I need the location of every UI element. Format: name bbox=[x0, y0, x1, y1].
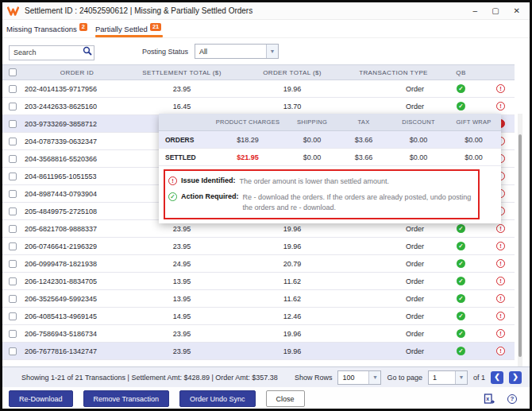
column-header: ORDER TOTAL ($) bbox=[233, 65, 352, 79]
tab-missing-transactions[interactable]: Missing Transactions2 bbox=[3, 22, 92, 37]
posting-status-select[interactable]: All ▼ bbox=[195, 44, 279, 59]
transaction-type-cell: Order bbox=[352, 98, 435, 114]
row-checkbox[interactable] bbox=[9, 207, 17, 215]
settlement-total-cell: 23.95 bbox=[131, 325, 233, 342]
row-checkbox[interactable] bbox=[9, 138, 17, 145]
row-checkbox[interactable] bbox=[9, 277, 17, 285]
re-download-button[interactable]: Re-Download bbox=[9, 390, 73, 407]
search-icon[interactable] bbox=[83, 46, 92, 56]
settlement-total-cell: 23.95 bbox=[131, 238, 233, 254]
order-id-cell: 206-1242301-8834705 bbox=[23, 273, 131, 289]
qb-synced-icon: ✓ bbox=[457, 347, 465, 355]
minimize-icon[interactable]: – bbox=[473, 7, 478, 15]
row-checkbox[interactable] bbox=[9, 260, 17, 268]
search-input[interactable] bbox=[9, 45, 94, 60]
table-row[interactable]: 206-7677816-134274723.9519.96Order✓! bbox=[2, 343, 515, 360]
search-box bbox=[9, 44, 94, 59]
popup-value-cell: $21.95 bbox=[208, 149, 287, 165]
transaction-type-cell: Order bbox=[352, 273, 435, 289]
row-checkbox[interactable] bbox=[9, 190, 17, 198]
select-all-checkbox[interactable] bbox=[9, 68, 17, 76]
order-id-cell: 205-6821708-9888337 bbox=[23, 220, 131, 237]
error-icon[interactable]: ! bbox=[496, 224, 505, 233]
order-id-cell: 206-7586943-5186734 bbox=[23, 325, 131, 342]
order-total-cell: 20.79 bbox=[233, 255, 352, 272]
table-header: ORDER IDSETTLEMENT TOTAL ($)ORDER TOTAL … bbox=[2, 64, 515, 80]
row-checkbox[interactable] bbox=[9, 330, 17, 338]
maximize-icon[interactable]: ▢ bbox=[492, 7, 499, 15]
vertical-scrollbar[interactable] bbox=[518, 114, 522, 366]
error-icon[interactable]: ! bbox=[496, 312, 505, 320]
action-label: Action Required: bbox=[181, 192, 239, 200]
settlement-total-cell: 13.95 bbox=[131, 273, 233, 289]
qb-synced-icon: ✓ bbox=[457, 84, 465, 93]
action-text: Re - download the orders. If the orders … bbox=[243, 192, 473, 213]
next-page-button[interactable]: ❯ bbox=[509, 371, 522, 384]
row-checkbox[interactable] bbox=[9, 242, 17, 250]
popup-row-orders: ORDERS$18.29$0.00$3.66$0.00$0.00 bbox=[159, 131, 501, 149]
table-row[interactable]: 206-4085413-496914514.9512.46Order✓! bbox=[2, 308, 515, 325]
page-select[interactable]: 1 ▼ bbox=[428, 370, 468, 385]
chevron-down-icon: ▼ bbox=[266, 45, 278, 58]
tab-partially-settled[interactable]: Partially Settled21 bbox=[92, 22, 166, 37]
row-checkbox[interactable] bbox=[9, 173, 17, 180]
error-icon[interactable]: ! bbox=[496, 84, 505, 93]
qb-synced-icon: ✓ bbox=[457, 259, 465, 268]
table-row[interactable]: 206-3525649-599234513.9511.62Order✓! bbox=[2, 290, 515, 308]
show-rows-value: 100 bbox=[338, 371, 368, 384]
show-rows-select[interactable]: 100 ▼ bbox=[337, 370, 381, 385]
close-icon[interactable]: ✕ bbox=[514, 7, 520, 15]
popup-value-cell: $3.66 bbox=[337, 149, 391, 165]
qb-synced-icon: ✓ bbox=[457, 242, 465, 250]
settlement-total-cell: 16.45 bbox=[131, 98, 233, 114]
row-checkbox[interactable] bbox=[9, 103, 17, 111]
error-icon[interactable]: ! bbox=[496, 329, 505, 338]
chevron-down-icon: ▼ bbox=[368, 371, 380, 384]
issue-alert-icon: ! bbox=[168, 176, 177, 185]
issue-message-box: ! Issue Identified: The order amount is … bbox=[164, 169, 480, 219]
transaction-type-cell: Order bbox=[352, 238, 435, 254]
posting-status-label: Posting Status bbox=[142, 48, 188, 56]
error-icon[interactable]: ! bbox=[496, 294, 505, 303]
table-row[interactable]: 202-4014135-971795623.9519.96Order✓! bbox=[2, 80, 515, 98]
row-checkbox[interactable] bbox=[9, 295, 17, 303]
table-row[interactable]: 206-1242301-883470513.9511.62Order✓! bbox=[2, 273, 515, 290]
popup-value-rows: ORDERS$18.29$0.00$3.66$0.00$0.00SETTLED$… bbox=[159, 131, 501, 166]
order-total-cell: 11.62 bbox=[233, 290, 352, 307]
remove-transaction-button[interactable]: Remove Transaction bbox=[83, 390, 170, 407]
export-excel-icon[interactable]: x bbox=[484, 394, 495, 405]
transaction-type-cell: Order bbox=[352, 290, 435, 307]
error-icon[interactable]: ! bbox=[496, 259, 505, 268]
error-icon[interactable]: ! bbox=[496, 242, 505, 250]
close-button[interactable]: Close bbox=[266, 390, 305, 407]
row-checkbox[interactable] bbox=[9, 85, 17, 93]
qb-synced-icon: ✓ bbox=[457, 224, 465, 233]
row-checkbox[interactable] bbox=[9, 155, 17, 163]
chevron-down-icon: ▼ bbox=[455, 371, 467, 384]
qb-synced-icon: ✓ bbox=[457, 102, 465, 111]
row-checkbox[interactable] bbox=[9, 120, 17, 128]
row-checkbox[interactable] bbox=[9, 312, 17, 320]
error-icon[interactable]: ! bbox=[496, 277, 505, 285]
row-checkbox[interactable] bbox=[9, 225, 17, 233]
error-icon[interactable]: ! bbox=[496, 102, 505, 111]
prev-page-button[interactable]: ❮ bbox=[491, 371, 503, 384]
table-row[interactable]: 206-0746641-219632923.9519.96Order✓! bbox=[2, 238, 515, 255]
help-icon[interactable]: ? bbox=[507, 394, 517, 404]
show-rows-label: Show Rows bbox=[295, 374, 333, 382]
popup-column-header: TAX bbox=[337, 114, 391, 130]
row-checkbox[interactable] bbox=[9, 347, 17, 355]
error-icon[interactable]: ! bbox=[496, 347, 505, 355]
scrollbar-thumb[interactable] bbox=[519, 134, 522, 357]
popup-row-label: ORDERS bbox=[159, 136, 208, 144]
popup-row-settled: SETTLED$21.95$0.00$3.66$0.00$0.00 bbox=[159, 149, 501, 166]
popup-value-cell: $0.00 bbox=[446, 149, 501, 165]
table-row[interactable]: 206-0999478-182193824.9520.79Order✓! bbox=[2, 255, 515, 273]
order-id-cell: 204-8987443-0793904 bbox=[23, 185, 131, 202]
table-row[interactable]: 206-7586943-518673423.9519.96Order✓! bbox=[2, 325, 515, 343]
order-id-cell: 205-4849975-2725108 bbox=[23, 203, 131, 219]
table-row[interactable]: 203-2442633-862516016.4513.70Order✓! bbox=[2, 98, 515, 115]
order-id-cell: 206-0746641-2196329 bbox=[23, 238, 131, 254]
qb-synced-icon: ✓ bbox=[457, 329, 465, 338]
order-undo-sync-button[interactable]: Order Undo Sync bbox=[179, 390, 256, 407]
